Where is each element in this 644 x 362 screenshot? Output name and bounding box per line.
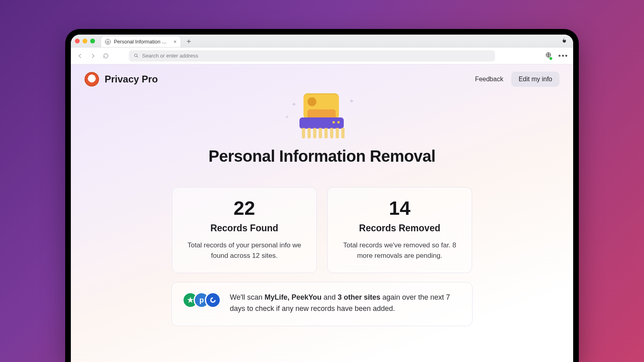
nav-back-button[interactable] (76, 51, 85, 60)
card-records-found: 22 Records Found Total records of your p… (172, 187, 317, 273)
scan-sites-bold: MyLife, PeekYou (264, 293, 322, 301)
window-close-button[interactable] (75, 39, 80, 43)
found-desc: Total records of your personal info we f… (182, 240, 307, 261)
stats-cards: 22 Records Found Total records of your p… (71, 187, 573, 273)
address-bar[interactable]: Search or enter address (129, 50, 495, 62)
laptop-frame: ◎ Personal Information Removal × ＋ Sear (65, 29, 579, 362)
search-icon (134, 53, 139, 58)
browser-window: ◎ Personal Information Removal × ＋ Sear (71, 35, 573, 362)
browser-toolbar: Search or enter address ••• (71, 47, 573, 64)
new-tab-button[interactable]: ＋ (185, 36, 192, 46)
privacy-shield-icon[interactable] (545, 51, 552, 60)
browser-tab[interactable]: ◎ Personal Information Removal × (101, 36, 181, 47)
removed-count: 14 (337, 199, 462, 218)
nav-reload-button[interactable] (101, 51, 110, 60)
scan-other-bold: 3 other sites (338, 293, 380, 301)
svg-line-1 (137, 56, 138, 58)
edit-my-info-button[interactable]: Edit my info (511, 72, 559, 87)
window-minimize-button[interactable] (83, 39, 87, 43)
svg-point-0 (134, 54, 137, 57)
nav-forward-button[interactable] (89, 51, 97, 60)
address-placeholder: Search or enter address (142, 53, 198, 59)
removed-label: Records Removed (337, 223, 462, 234)
window-controls (75, 39, 95, 43)
removed-desc: Total records we've removed so far. 8 mo… (337, 240, 462, 261)
tab-close-icon[interactable]: × (173, 39, 177, 45)
scan-message: We'll scan MyLife, PeekYou and 3 other s… (230, 292, 462, 315)
brand: Privacy Pro (85, 72, 158, 86)
found-count: 22 (182, 199, 307, 218)
shredder-illustration-icon: ✦✦✦ (290, 93, 354, 141)
window-maximize-button[interactable] (90, 39, 95, 43)
fire-button-icon[interactable] (561, 37, 569, 45)
site-icon-other (205, 292, 221, 308)
overflow-menu-icon[interactable]: ••• (558, 52, 568, 60)
site-icons: ★ p (182, 292, 221, 308)
page-content: Privacy Pro Feedback Edit my info ✦✦✦ Pe… (71, 64, 573, 362)
feedback-link[interactable]: Feedback (475, 76, 503, 83)
page-title: Personal Information Removal (208, 147, 436, 165)
tab-title: Personal Information Removal (114, 39, 170, 45)
scan-text-prefix: We'll scan (230, 293, 264, 301)
hero: ✦✦✦ Personal Information Removal (71, 93, 573, 165)
duckduckgo-logo-icon (85, 72, 99, 86)
page-header: Privacy Pro Feedback Edit my info (71, 64, 573, 91)
card-records-removed: 14 Records Removed Total records we've r… (327, 187, 472, 273)
scan-panel: ★ p We'll scan MyLife, PeekYou and 3 oth… (171, 282, 473, 326)
scan-text-mid: and (322, 293, 338, 301)
found-label: Records Found (182, 223, 307, 234)
tab-strip: ◎ Personal Information Removal × ＋ (71, 35, 573, 47)
brand-name: Privacy Pro (105, 74, 158, 85)
tab-favicon-icon: ◎ (105, 39, 111, 45)
